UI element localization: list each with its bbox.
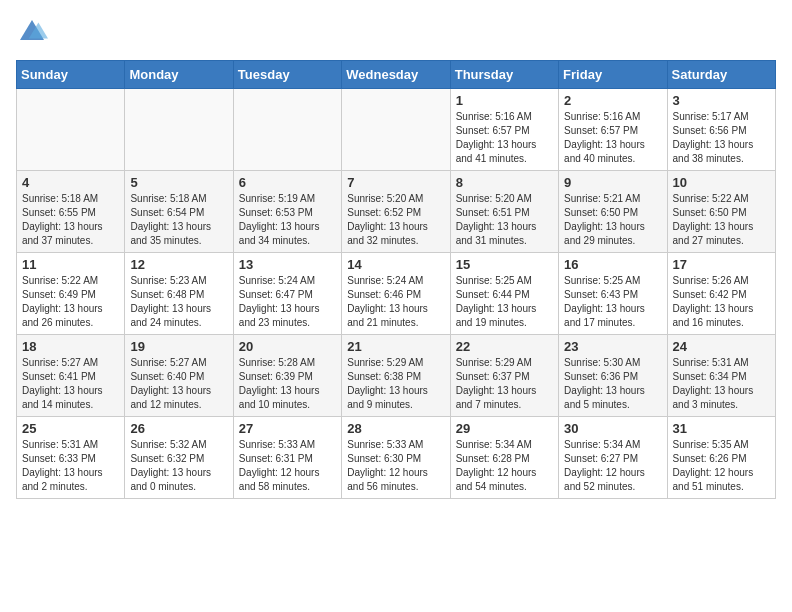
- calendar-day-1: 1Sunrise: 5:16 AM Sunset: 6:57 PM Daylig…: [450, 89, 558, 171]
- day-info: Sunrise: 5:34 AM Sunset: 6:27 PM Dayligh…: [564, 438, 661, 494]
- day-info: Sunrise: 5:19 AM Sunset: 6:53 PM Dayligh…: [239, 192, 336, 248]
- calendar-day-27: 27Sunrise: 5:33 AM Sunset: 6:31 PM Dayli…: [233, 417, 341, 499]
- day-info: Sunrise: 5:27 AM Sunset: 6:41 PM Dayligh…: [22, 356, 119, 412]
- day-number: 27: [239, 421, 336, 436]
- day-info: Sunrise: 5:33 AM Sunset: 6:30 PM Dayligh…: [347, 438, 444, 494]
- calendar-week-5: 25Sunrise: 5:31 AM Sunset: 6:33 PM Dayli…: [17, 417, 776, 499]
- calendar-day-13: 13Sunrise: 5:24 AM Sunset: 6:47 PM Dayli…: [233, 253, 341, 335]
- logo: [16, 16, 52, 48]
- page-header: [16, 16, 776, 48]
- day-number: 16: [564, 257, 661, 272]
- day-number: 3: [673, 93, 770, 108]
- day-info: Sunrise: 5:18 AM Sunset: 6:54 PM Dayligh…: [130, 192, 227, 248]
- day-number: 12: [130, 257, 227, 272]
- calendar-day-31: 31Sunrise: 5:35 AM Sunset: 6:26 PM Dayli…: [667, 417, 775, 499]
- day-number: 9: [564, 175, 661, 190]
- logo-icon: [16, 16, 48, 48]
- day-number: 15: [456, 257, 553, 272]
- day-number: 2: [564, 93, 661, 108]
- day-number: 8: [456, 175, 553, 190]
- day-number: 19: [130, 339, 227, 354]
- day-info: Sunrise: 5:31 AM Sunset: 6:34 PM Dayligh…: [673, 356, 770, 412]
- day-info: Sunrise: 5:29 AM Sunset: 6:38 PM Dayligh…: [347, 356, 444, 412]
- day-number: 4: [22, 175, 119, 190]
- calendar-day-17: 17Sunrise: 5:26 AM Sunset: 6:42 PM Dayli…: [667, 253, 775, 335]
- day-number: 6: [239, 175, 336, 190]
- day-info: Sunrise: 5:25 AM Sunset: 6:44 PM Dayligh…: [456, 274, 553, 330]
- day-number: 14: [347, 257, 444, 272]
- calendar-empty-cell: [17, 89, 125, 171]
- calendar-day-7: 7Sunrise: 5:20 AM Sunset: 6:52 PM Daylig…: [342, 171, 450, 253]
- calendar-day-3: 3Sunrise: 5:17 AM Sunset: 6:56 PM Daylig…: [667, 89, 775, 171]
- calendar-day-22: 22Sunrise: 5:29 AM Sunset: 6:37 PM Dayli…: [450, 335, 558, 417]
- day-number: 11: [22, 257, 119, 272]
- day-info: Sunrise: 5:25 AM Sunset: 6:43 PM Dayligh…: [564, 274, 661, 330]
- day-info: Sunrise: 5:33 AM Sunset: 6:31 PM Dayligh…: [239, 438, 336, 494]
- calendar-empty-cell: [125, 89, 233, 171]
- day-info: Sunrise: 5:21 AM Sunset: 6:50 PM Dayligh…: [564, 192, 661, 248]
- day-number: 5: [130, 175, 227, 190]
- calendar-week-1: 1Sunrise: 5:16 AM Sunset: 6:57 PM Daylig…: [17, 89, 776, 171]
- weekday-header-row: SundayMondayTuesdayWednesdayThursdayFrid…: [17, 61, 776, 89]
- calendar-day-23: 23Sunrise: 5:30 AM Sunset: 6:36 PM Dayli…: [559, 335, 667, 417]
- calendar-day-20: 20Sunrise: 5:28 AM Sunset: 6:39 PM Dayli…: [233, 335, 341, 417]
- day-info: Sunrise: 5:35 AM Sunset: 6:26 PM Dayligh…: [673, 438, 770, 494]
- day-number: 26: [130, 421, 227, 436]
- day-number: 17: [673, 257, 770, 272]
- calendar-day-6: 6Sunrise: 5:19 AM Sunset: 6:53 PM Daylig…: [233, 171, 341, 253]
- calendar-day-9: 9Sunrise: 5:21 AM Sunset: 6:50 PM Daylig…: [559, 171, 667, 253]
- calendar-day-24: 24Sunrise: 5:31 AM Sunset: 6:34 PM Dayli…: [667, 335, 775, 417]
- calendar-day-12: 12Sunrise: 5:23 AM Sunset: 6:48 PM Dayli…: [125, 253, 233, 335]
- calendar-day-15: 15Sunrise: 5:25 AM Sunset: 6:44 PM Dayli…: [450, 253, 558, 335]
- day-number: 21: [347, 339, 444, 354]
- day-info: Sunrise: 5:27 AM Sunset: 6:40 PM Dayligh…: [130, 356, 227, 412]
- calendar-day-10: 10Sunrise: 5:22 AM Sunset: 6:50 PM Dayli…: [667, 171, 775, 253]
- day-info: Sunrise: 5:24 AM Sunset: 6:46 PM Dayligh…: [347, 274, 444, 330]
- calendar-day-4: 4Sunrise: 5:18 AM Sunset: 6:55 PM Daylig…: [17, 171, 125, 253]
- day-info: Sunrise: 5:22 AM Sunset: 6:50 PM Dayligh…: [673, 192, 770, 248]
- weekday-header-saturday: Saturday: [667, 61, 775, 89]
- calendar-day-26: 26Sunrise: 5:32 AM Sunset: 6:32 PM Dayli…: [125, 417, 233, 499]
- weekday-header-tuesday: Tuesday: [233, 61, 341, 89]
- day-number: 13: [239, 257, 336, 272]
- calendar-day-11: 11Sunrise: 5:22 AM Sunset: 6:49 PM Dayli…: [17, 253, 125, 335]
- day-number: 7: [347, 175, 444, 190]
- day-number: 22: [456, 339, 553, 354]
- calendar-day-29: 29Sunrise: 5:34 AM Sunset: 6:28 PM Dayli…: [450, 417, 558, 499]
- day-info: Sunrise: 5:32 AM Sunset: 6:32 PM Dayligh…: [130, 438, 227, 494]
- calendar-week-4: 18Sunrise: 5:27 AM Sunset: 6:41 PM Dayli…: [17, 335, 776, 417]
- calendar-day-2: 2Sunrise: 5:16 AM Sunset: 6:57 PM Daylig…: [559, 89, 667, 171]
- day-info: Sunrise: 5:31 AM Sunset: 6:33 PM Dayligh…: [22, 438, 119, 494]
- day-info: Sunrise: 5:34 AM Sunset: 6:28 PM Dayligh…: [456, 438, 553, 494]
- day-number: 10: [673, 175, 770, 190]
- calendar-day-5: 5Sunrise: 5:18 AM Sunset: 6:54 PM Daylig…: [125, 171, 233, 253]
- weekday-header-monday: Monday: [125, 61, 233, 89]
- day-number: 29: [456, 421, 553, 436]
- day-info: Sunrise: 5:16 AM Sunset: 6:57 PM Dayligh…: [456, 110, 553, 166]
- calendar-table: SundayMondayTuesdayWednesdayThursdayFrid…: [16, 60, 776, 499]
- weekday-header-friday: Friday: [559, 61, 667, 89]
- weekday-header-sunday: Sunday: [17, 61, 125, 89]
- calendar-day-30: 30Sunrise: 5:34 AM Sunset: 6:27 PM Dayli…: [559, 417, 667, 499]
- day-number: 28: [347, 421, 444, 436]
- day-info: Sunrise: 5:26 AM Sunset: 6:42 PM Dayligh…: [673, 274, 770, 330]
- day-info: Sunrise: 5:28 AM Sunset: 6:39 PM Dayligh…: [239, 356, 336, 412]
- day-info: Sunrise: 5:17 AM Sunset: 6:56 PM Dayligh…: [673, 110, 770, 166]
- calendar-week-3: 11Sunrise: 5:22 AM Sunset: 6:49 PM Dayli…: [17, 253, 776, 335]
- day-number: 18: [22, 339, 119, 354]
- calendar-empty-cell: [342, 89, 450, 171]
- weekday-header-wednesday: Wednesday: [342, 61, 450, 89]
- day-number: 25: [22, 421, 119, 436]
- calendar-day-28: 28Sunrise: 5:33 AM Sunset: 6:30 PM Dayli…: [342, 417, 450, 499]
- calendar-day-14: 14Sunrise: 5:24 AM Sunset: 6:46 PM Dayli…: [342, 253, 450, 335]
- calendar-day-21: 21Sunrise: 5:29 AM Sunset: 6:38 PM Dayli…: [342, 335, 450, 417]
- day-info: Sunrise: 5:18 AM Sunset: 6:55 PM Dayligh…: [22, 192, 119, 248]
- day-number: 24: [673, 339, 770, 354]
- calendar-day-25: 25Sunrise: 5:31 AM Sunset: 6:33 PM Dayli…: [17, 417, 125, 499]
- day-number: 1: [456, 93, 553, 108]
- day-info: Sunrise: 5:29 AM Sunset: 6:37 PM Dayligh…: [456, 356, 553, 412]
- calendar-day-19: 19Sunrise: 5:27 AM Sunset: 6:40 PM Dayli…: [125, 335, 233, 417]
- day-info: Sunrise: 5:30 AM Sunset: 6:36 PM Dayligh…: [564, 356, 661, 412]
- calendar-day-16: 16Sunrise: 5:25 AM Sunset: 6:43 PM Dayli…: [559, 253, 667, 335]
- calendar-day-8: 8Sunrise: 5:20 AM Sunset: 6:51 PM Daylig…: [450, 171, 558, 253]
